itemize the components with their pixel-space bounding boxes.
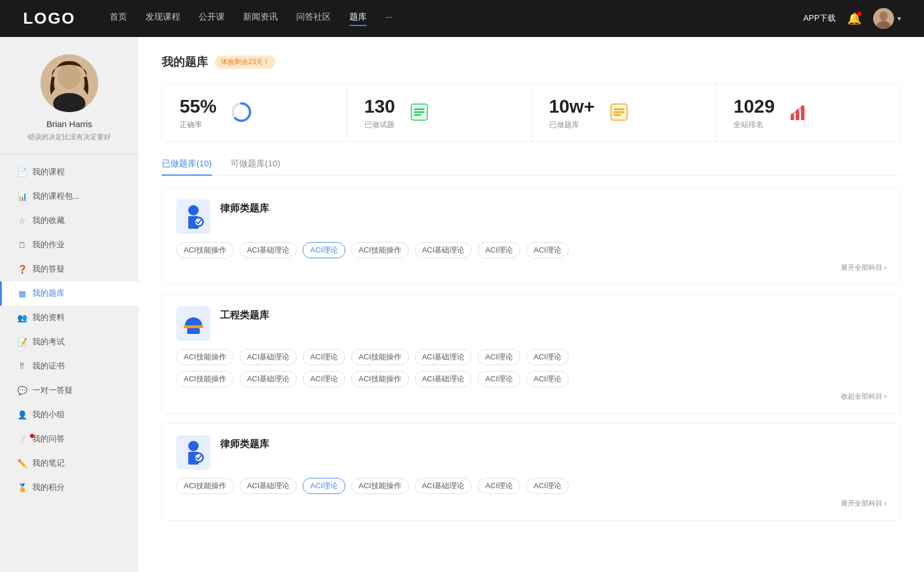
tab-done-banks[interactable]: 已做题库(10) [162, 158, 212, 175]
tabs-row: 已做题库(10) 可做题库(10) [162, 158, 901, 176]
tag-5[interactable]: ACI理论 [478, 242, 520, 258]
sidebar-item-label: 我的积分 [32, 482, 65, 493]
eng-extra-tag-2[interactable]: ACI理论 [303, 371, 345, 387]
stat-icon-list-green [409, 102, 430, 125]
qbank-card-header-2: 工程类题库 [176, 306, 886, 341]
logo: LOGO [23, 9, 75, 28]
tag-2[interactable]: ACI理论 [303, 242, 345, 258]
tag-4[interactable]: ACI基础理论 [415, 242, 472, 258]
eng-extra-tag-1[interactable]: ACI基础理论 [240, 371, 297, 387]
tag-1[interactable]: ACI基础理论 [240, 242, 297, 258]
sidebar-item-exam[interactable]: 📝 我的考试 [0, 330, 139, 354]
l2-tag-2[interactable]: ACI理论 [303, 478, 345, 494]
sidebar-item-my-courses[interactable]: 📄 我的课程 [0, 160, 139, 184]
sidebar-item-favorites[interactable]: ☆ 我的收藏 [0, 209, 139, 233]
nav-news[interactable]: 新闻资讯 [243, 12, 278, 26]
nav-qbank[interactable]: 题库 [349, 12, 367, 26]
sidebar-item-certificate[interactable]: 🎖 我的证书 [0, 354, 139, 378]
stat-icon-accuracy [230, 101, 252, 125]
qbank-tags-2: ACI技能操作 ACI基础理论 ACI理论 ACI技能操作 ACI基础理论 AC… [176, 349, 886, 365]
eng-tag-2[interactable]: ACI理论 [303, 349, 345, 365]
chat-icon: 💬 [17, 386, 27, 395]
user-avatar-wrapper[interactable]: ▾ [873, 8, 901, 29]
svg-point-1 [880, 12, 888, 21]
l2-tag-5[interactable]: ACI理论 [478, 478, 520, 494]
l2-tag-3[interactable]: ACI技能操作 [351, 478, 409, 494]
stat-left: 1029 全站排名 [733, 96, 774, 130]
qbank-expand-3[interactable]: 展开全部科目 › [176, 499, 886, 508]
sidebar-item-label: 我的考试 [32, 337, 65, 347]
eng-extra-tag-6[interactable]: ACI理论 [526, 371, 569, 387]
sidebar-item-label: 我的答疑 [32, 264, 65, 274]
sidebar-item-1on1[interactable]: 💬 一对一答疑 [0, 378, 139, 403]
header-right: APP下载 🔔 ▾ [803, 8, 901, 29]
page-header: 我的题库 体验剩余23天！ [162, 54, 901, 70]
stat-icon-bar-red [788, 102, 809, 125]
nav-courses[interactable]: 发现课程 [146, 12, 180, 26]
grid-icon: ▦ [17, 289, 27, 298]
tag-6[interactable]: ACI理论 [526, 242, 569, 258]
sidebar-item-notes[interactable]: ✏️ 我的笔记 [0, 451, 139, 476]
question-circle-icon: ❓ [17, 265, 27, 274]
tag-0[interactable]: ACI技能操作 [176, 242, 234, 258]
eng-extra-tag-0[interactable]: ACI技能操作 [176, 371, 234, 387]
eng-tag-4[interactable]: ACI基础理论 [415, 349, 472, 365]
eng-tag-6[interactable]: ACI理论 [526, 349, 569, 365]
sidebar-item-label: 我的证书 [32, 361, 65, 372]
nav-more[interactable]: ··· [385, 12, 393, 26]
eng-tag-3[interactable]: ACI技能操作 [351, 349, 409, 365]
stat-done-banks: 10w+ 已做题库 [532, 84, 717, 142]
stat-label-done-questions: 已做试题 [364, 120, 395, 130]
sidebar-item-label: 一对一答疑 [32, 385, 73, 396]
eng-tag-0[interactable]: ACI技能操作 [176, 349, 234, 365]
svg-point-22 [796, 109, 799, 112]
qbank-card-engineer: 工程类题库 ACI技能操作 ACI基础理论 ACI理论 ACI技能操作 ACI基… [162, 294, 901, 414]
l2-tag-4[interactable]: ACI基础理论 [415, 478, 472, 494]
qbank-title-2: 工程类题库 [220, 306, 269, 322]
app-download-button[interactable]: APP下载 [803, 13, 836, 24]
svg-rect-20 [801, 106, 804, 120]
eng-extra-tag-5[interactable]: ACI理论 [478, 371, 520, 387]
tab-available-banks[interactable]: 可做题库(10) [230, 158, 281, 175]
qbank-card-header-3: 律师类题库 [176, 435, 886, 470]
qbank-tags-3: ACI技能操作 ACI基础理论 ACI理论 ACI技能操作 ACI基础理论 AC… [176, 478, 886, 494]
svg-rect-28 [184, 325, 203, 328]
stat-value-rank: 1029 [733, 96, 774, 117]
sidebar-item-homework[interactable]: 🗒 我的作业 [0, 233, 139, 257]
l2-tag-6[interactable]: ACI理论 [526, 478, 569, 494]
eng-tag-1[interactable]: ACI基础理论 [240, 349, 297, 365]
sidebar-item-points[interactable]: 🏅 我的积分 [0, 476, 139, 500]
qbank-title-3: 律师类题库 [220, 435, 269, 451]
eng-tag-5[interactable]: ACI理论 [478, 349, 520, 365]
qbank-extra-tags-2: ACI技能操作 ACI基础理论 ACI理论 ACI技能操作 ACI基础理论 AC… [176, 371, 886, 387]
nav-home[interactable]: 首页 [110, 12, 127, 26]
main-nav: 首页 发现课程 公开课 新闻资讯 问答社区 题库 ··· [110, 12, 803, 26]
notification-bell[interactable]: 🔔 [847, 12, 862, 25]
l2-tag-0[interactable]: ACI技能操作 [176, 478, 234, 494]
stat-rank: 1029 全站排名 [716, 84, 900, 142]
stat-value-done-questions: 130 [364, 96, 395, 117]
l2-tag-1[interactable]: ACI基础理论 [240, 478, 297, 494]
qbank-title-1: 律师类题库 [220, 199, 269, 215]
note-icon: 🗒 [17, 240, 27, 250]
coin-icon: 🏅 [17, 483, 27, 492]
qbank-card-lawyer-1: 律师类题库 ACI技能操作 ACI基础理论 ACI理论 ACI技能操作 ACI基… [162, 187, 901, 285]
nav-open-course[interactable]: 公开课 [199, 12, 225, 26]
sidebar-item-qbank[interactable]: ▦ 我的题库 [0, 281, 139, 306]
qbank-expand-1[interactable]: 展开全部科目 › [176, 263, 886, 273]
eng-extra-tag-4[interactable]: ACI基础理论 [415, 371, 472, 387]
svg-point-23 [802, 105, 804, 107]
sidebar-item-myqa[interactable]: ❔ 我的问答 [0, 427, 139, 451]
sidebar-item-group[interactable]: 👤 我的小组 [0, 403, 139, 427]
profile-avatar [40, 54, 98, 112]
sidebar-item-course-package[interactable]: 📊 我的课程包... [0, 184, 139, 209]
tag-3[interactable]: ACI技能操作 [351, 242, 409, 258]
sidebar-item-qa[interactable]: ❓ 我的答疑 [0, 257, 139, 281]
nav-qa[interactable]: 问答社区 [296, 12, 331, 26]
sidebar-profile: Brian Harris 错误的决定比没有决定要好 [0, 54, 139, 154]
sidebar-item-profile[interactable]: 👥 我的资料 [0, 306, 139, 330]
sidebar: Brian Harris 错误的决定比没有决定要好 📄 我的课程 📊 我的课程包… [0, 37, 139, 572]
qbank-expand-2[interactable]: 收起全部科目 › [176, 392, 886, 402]
eng-extra-tag-3[interactable]: ACI技能操作 [351, 371, 409, 387]
stats-row: 55% 正确率 130 已做试题 [162, 84, 901, 142]
